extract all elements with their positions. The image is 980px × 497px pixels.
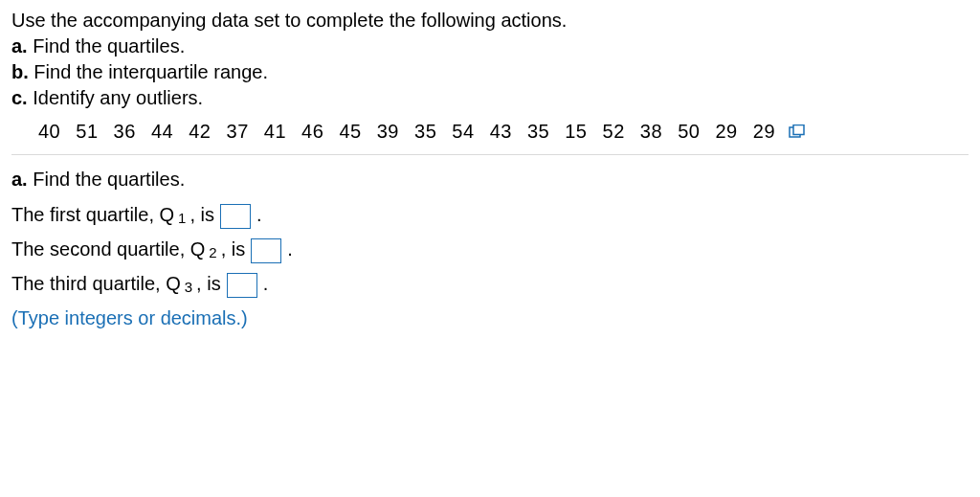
q3-post: , is [196, 273, 221, 295]
q3-input[interactable] [227, 273, 257, 298]
prompt-item-b-text: Find the interquartile range. [33, 61, 268, 82]
data-set-row: 40 51 36 44 42 37 41 46 45 39 35 54 43 3… [11, 121, 969, 143]
q3-period: . [263, 273, 269, 295]
q1-sub: 1 [178, 210, 186, 226]
q3-sub: 3 [185, 279, 192, 295]
q2-period: . [287, 238, 293, 260]
prompt-item-a: a. Find the quartiles. [11, 34, 969, 59]
data-set-values: 40 51 36 44 42 37 41 46 45 39 35 54 43 3… [38, 121, 775, 143]
q1-line: The first quartile, Q1, is . [11, 204, 969, 229]
section-a-title: a. Find the quartiles. [11, 169, 969, 191]
q2-line: The second quartile, Q2, is . [11, 238, 969, 263]
prompt-item-c-label: c. [11, 87, 28, 108]
q3-line: The third quartile, Q3, is . [11, 273, 969, 298]
prompt-item-b: b. Find the interquartile range. [11, 59, 969, 85]
divider [11, 154, 969, 155]
section-a-text: Find the quartiles. [33, 169, 185, 190]
prompt-item-a-text: Find the quartiles. [33, 35, 185, 56]
prompt-intro: Use the accompanying data set to complet… [11, 8, 969, 34]
q2-sub: 2 [209, 244, 216, 260]
q2-input[interactable] [251, 238, 281, 263]
q1-pre: The first quartile, Q [11, 204, 174, 226]
q1-post: , is [189, 204, 214, 226]
svg-rect-1 [793, 124, 804, 134]
q3-pre: The third quartile, Q [11, 273, 181, 295]
prompt-item-c-text: Identify any outliers. [33, 87, 203, 108]
section-a-label: a. [11, 169, 28, 190]
q2-pre: The second quartile, Q [11, 238, 205, 260]
prompt-item-b-label: b. [11, 61, 29, 82]
copy-icon[interactable] [789, 124, 806, 140]
q1-input[interactable] [220, 204, 251, 229]
q1-period: . [256, 204, 262, 226]
question-prompt: Use the accompanying data set to complet… [11, 8, 969, 111]
input-hint: (Type integers or decimals.) [11, 307, 969, 329]
prompt-item-c: c. Identify any outliers. [11, 85, 969, 111]
q2-post: , is [221, 238, 246, 260]
prompt-item-a-label: a. [11, 35, 28, 56]
